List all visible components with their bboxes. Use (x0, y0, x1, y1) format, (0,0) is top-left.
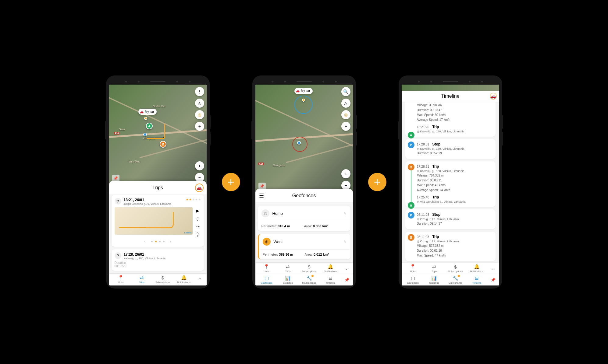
zoom-in-button[interactable]: + (341, 169, 350, 178)
trip-address: Kalvarijų g., 180, Vilnius, Lithuania (124, 257, 201, 260)
car-chip[interactable]: 🚗 My car (294, 88, 313, 94)
geofences-sheet: ☰ Geofences ◎ Home ✎ Perimeter: 816.4 m … (255, 189, 353, 262)
play-button[interactable]: ▶ (194, 207, 201, 214)
nav-trips[interactable]: ⇄Trips (277, 264, 299, 273)
unit-selector[interactable]: 🚗 (490, 93, 497, 100)
geofence-card-home[interactable]: ◎ Home ✎ Perimeter: 816.4 m Area: 0.053 … (258, 206, 350, 231)
route-icon: ⇄ (115, 198, 121, 205)
layer-icon[interactable]: ◎ (195, 110, 204, 119)
compass-icon[interactable]: ◬ (341, 99, 350, 108)
locate-icon[interactable]: ⌖ (341, 122, 350, 131)
phone-geofences: Ozo gatvė A14 🚗 My car 🔍 ◬ ◎ ⌖ + − 📌 (252, 75, 356, 289)
timeline-item[interactable]: B 08:11:03Trip ◎Ozo g., 12A, Vilnius, Li… (405, 232, 496, 261)
nav-trips[interactable]: ⇄Trips (424, 264, 445, 273)
location-icon: ◎ (417, 147, 419, 150)
nav-maintenance[interactable]: 🔧Maintenance (445, 275, 466, 284)
track-icon[interactable]: ◌ (194, 215, 201, 222)
phone-timeline: Timeline 🚗 Mileage: 3.098 km Duration: 0… (399, 75, 502, 289)
expand-button[interactable]: ⌃ (194, 275, 205, 284)
dollar-icon: $ (454, 264, 457, 269)
bell-icon: 🔔 (328, 264, 333, 269)
marker-b[interactable]: B (160, 141, 166, 148)
trips-icon: ⇄ (286, 264, 290, 269)
trip-card[interactable]: ⇄ 18:21, 26/01 Jurgio Lebedžio g., 9, Vi… (112, 195, 204, 247)
layer-icon[interactable]: ◎ (341, 110, 350, 119)
pager[interactable]: ‹ › (115, 238, 201, 244)
compass-icon[interactable]: ◬ (195, 99, 204, 108)
sheet-title: Timeline (441, 93, 460, 99)
nav-subscriptions[interactable]: $Subscriptions (445, 264, 466, 273)
marker-a: A (408, 132, 414, 138)
phone-trips: Nortla XXI Ozas Ozo gatvė Šnipiškės A14 … (106, 75, 210, 289)
timeline-item[interactable]: Mileage: 3.098 km Duration: 00:10:47 Max… (405, 102, 496, 137)
nav-subscriptions[interactable]: $Subscriptions (152, 275, 173, 284)
geofence-ring (294, 96, 313, 114)
nav-subscriptions[interactable]: $Subscriptions (299, 264, 320, 273)
location-icon: ◎ (417, 240, 419, 243)
pin-icon: 📍 (410, 264, 416, 269)
location-icon: ◎ (417, 218, 419, 221)
zoom-in-button[interactable]: + (195, 161, 204, 170)
marker-b: B (408, 164, 414, 170)
timeline-header: Timeline 🚗 (402, 91, 499, 102)
nav-statistics[interactable]: 📊Statistics (277, 275, 299, 284)
chart-icon[interactable]: 〰 (194, 223, 201, 230)
menu-icon[interactable]: ☰ (259, 192, 264, 199)
nav-geofences[interactable]: ▢Geofences (402, 275, 424, 284)
timeline-list[interactable]: Mileage: 3.098 km Duration: 00:10:47 Max… (402, 102, 499, 262)
nav-units[interactable]: 📍Units (110, 275, 131, 284)
nav-timeline[interactable]: ⊟Timeline (466, 275, 488, 284)
nav-units[interactable]: 📍Units (256, 264, 277, 273)
locate-icon[interactable]: ⌖ (195, 122, 204, 131)
collapse-button[interactable]: ⌄ (488, 264, 499, 273)
geofence-icon: ▢ (411, 275, 415, 281)
wrench-icon: 🔧 (453, 275, 458, 281)
nav-trips[interactable]: ⇄Trips (131, 275, 152, 284)
pin-nav-button[interactable]: 📌 (488, 275, 499, 284)
nav-statistics[interactable]: 📊Statistics (424, 275, 445, 284)
bell-icon: 🔔 (474, 264, 480, 269)
geofence-card-work[interactable]: ◎ Work ✎ Perimeter: 389.36 m Area: 0.012… (258, 234, 350, 259)
unit-selector[interactable]: 🚗 (195, 184, 204, 192)
trip-minimap[interactable]: Leaflet (115, 207, 193, 235)
car-label: My car (145, 110, 154, 114)
kebab-icon[interactable]: ⋮ (195, 87, 204, 96)
nav-notifications[interactable]: 🔔Notifications (466, 264, 488, 273)
edit-icon[interactable]: ✎ (343, 211, 347, 216)
edit-icon[interactable]: ✎ (343, 240, 347, 244)
nav-notifications[interactable]: 🔔Notifications (173, 275, 194, 284)
target-icon: ◎ (263, 238, 271, 246)
trip-time: 17:28, 26/01 (124, 252, 201, 257)
nav-geofences[interactable]: ▢Geofences (256, 275, 277, 284)
ab-icon[interactable]: AB (194, 231, 201, 238)
stats-icon: 📊 (431, 275, 437, 281)
nav-notifications[interactable]: 🔔Notifications (320, 264, 341, 273)
timeline-item[interactable]: B A 17:28:51Trip ◎Kalvarijų g., 180, Vil… (405, 161, 496, 207)
search-icon[interactable]: 🔍 (341, 87, 350, 96)
parking-icon: P (408, 212, 414, 219)
prev-icon[interactable]: ‹ (141, 240, 149, 243)
collapse-button[interactable]: ⌄ (341, 264, 352, 273)
sheet-title: Trips (152, 185, 163, 191)
sheet-title: Geofences (292, 193, 316, 198)
map-peek (402, 85, 499, 91)
marker-b: B (408, 234, 414, 241)
map-area[interactable]: Nortla XXI Ozas Ozo gatvė Šnipiškės A14 … (109, 85, 207, 185)
next-icon[interactable]: › (167, 240, 174, 243)
alert-badge (458, 275, 460, 277)
nav-maintenance[interactable]: 🔧Maintenance (299, 275, 320, 284)
bottom-nav: 📍Units ⇄Trips $Subscriptions 🔔Notificati… (109, 273, 207, 285)
timeline-item[interactable]: P 08:11:03Stop ◎Ozo g., 12A, Vilnius, Li… (405, 209, 496, 229)
pin-nav-button[interactable]: 📌 (341, 275, 352, 284)
car-chip[interactable]: 🚗 My car (138, 109, 157, 115)
alert-badge (311, 275, 314, 277)
trip-card[interactable]: P 17:28, 26/01 Kalvarijų g., 180, Vilniu… (112, 249, 204, 271)
nav-units[interactable]: 📍Units (402, 264, 424, 273)
map-area[interactable]: Ozo gatvė A14 🚗 My car 🔍 ◬ ◎ ⌖ + − 📌 (255, 85, 353, 193)
car-icon: 🚗 (296, 89, 300, 93)
nav-timeline[interactable]: ⊟Timeline (320, 275, 341, 284)
rating-stars[interactable]: ★★★★★ (186, 198, 201, 201)
location-icon: ◎ (417, 200, 419, 203)
timeline-item[interactable]: P 17:28:51 Stop ◎Kalvarijų g., 180, Viln… (405, 139, 496, 159)
plus-connector: + (368, 173, 386, 191)
